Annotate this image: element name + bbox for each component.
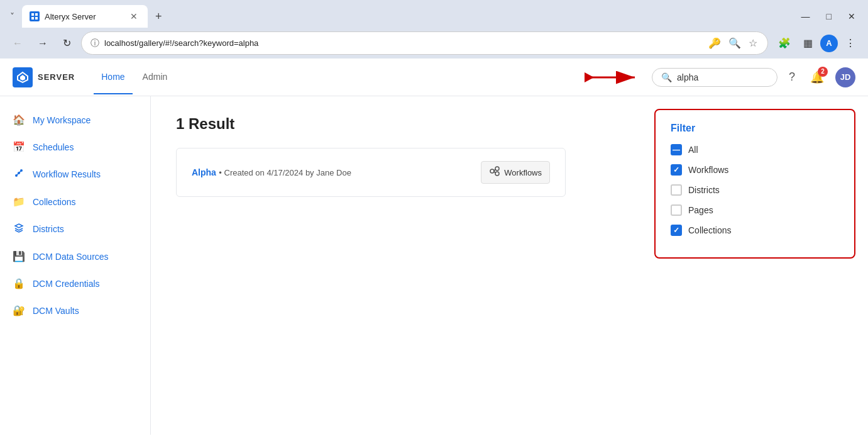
filter-checkbox-all[interactable]: — bbox=[671, 144, 682, 155]
vault-icon: 🔐 bbox=[13, 305, 25, 316]
reload-button[interactable]: ↻ bbox=[58, 33, 76, 53]
info-icon: ⓘ bbox=[91, 38, 99, 49]
url-text: localhost/gallery/#!/search?keyword=alph… bbox=[104, 38, 702, 48]
extensions-button[interactable]: 🧩 bbox=[773, 33, 796, 53]
filter-checkbox-workflows[interactable]: ✓ bbox=[671, 164, 682, 176]
logo-area: SERVER bbox=[13, 67, 75, 87]
filter-panel: Filter — All ✓ Workflows bbox=[654, 109, 855, 259]
content-area: 1 Result Alpha • Created on 4/17/2024 by… bbox=[151, 96, 868, 435]
notification-badge: 2 bbox=[818, 67, 828, 77]
tab-expand-button[interactable]: ˅ bbox=[5, 8, 19, 25]
maximize-button[interactable]: □ bbox=[819, 8, 839, 25]
sidebar-item-schedules[interactable]: 📅 Schedules bbox=[0, 133, 150, 160]
filter-checkbox-pages[interactable] bbox=[671, 204, 682, 216]
svg-rect-2 bbox=[31, 17, 34, 20]
nav-home[interactable]: Home bbox=[94, 60, 132, 94]
sidebar-item-workflow-results[interactable]: Workflow Results bbox=[0, 160, 150, 188]
calendar-icon: 📅 bbox=[13, 141, 25, 153]
minimize-button[interactable]: — bbox=[794, 8, 818, 25]
filter-item-all[interactable]: — All bbox=[671, 144, 839, 155]
svg-line-12 bbox=[16, 173, 19, 176]
filter-checkbox-districts[interactable] bbox=[671, 184, 682, 196]
svg-point-15 bbox=[490, 169, 494, 173]
svg-point-16 bbox=[495, 167, 499, 170]
header-right: 🔍 ? 🔔 2 JD bbox=[581, 65, 855, 90]
zoom-icon[interactable]: 🔍 bbox=[727, 36, 742, 50]
lock-icon: 🔒 bbox=[13, 277, 25, 289]
filter-label-collections[interactable]: Collections bbox=[688, 225, 731, 235]
sidebar-label-dcm-data-sources: DCM Data Sources bbox=[33, 252, 109, 262]
back-button[interactable]: ← bbox=[8, 34, 28, 53]
result-type-label: Workflows bbox=[504, 168, 542, 177]
filter-label-districts[interactable]: Districts bbox=[688, 185, 720, 195]
tab-close-button[interactable]: ✕ bbox=[128, 10, 140, 23]
home-icon: 🏠 bbox=[13, 114, 25, 126]
svg-rect-3 bbox=[35, 17, 38, 20]
filter-label-workflows[interactable]: Workflows bbox=[688, 165, 728, 175]
sidebar-item-districts[interactable]: Districts bbox=[0, 215, 150, 243]
workflows-icon bbox=[489, 165, 500, 179]
bookmark-icon[interactable]: ☆ bbox=[747, 36, 759, 50]
sidebar-label-dcm-credentials: DCM Credentials bbox=[33, 279, 100, 289]
search-box[interactable]: 🔍 bbox=[652, 68, 777, 87]
filter-label-pages[interactable]: Pages bbox=[688, 205, 713, 215]
filter-title: Filter bbox=[671, 123, 839, 134]
key-icon[interactable]: 🔑 bbox=[707, 36, 722, 50]
new-tab-button[interactable]: + bbox=[150, 6, 167, 27]
result-info: Alpha • Created on 4/17/2024 by Jane Doe bbox=[192, 167, 481, 178]
sidebar-item-my-workspace[interactable]: 🏠 My Workspace bbox=[0, 106, 150, 133]
chart-icon bbox=[13, 168, 25, 181]
user-avatar[interactable]: JD bbox=[835, 67, 855, 87]
main-content: 🏠 My Workspace 📅 Schedules Workflow Resu… bbox=[0, 96, 868, 435]
filter-item-workflows[interactable]: ✓ Workflows bbox=[671, 164, 839, 176]
arrow-annotation bbox=[581, 65, 644, 90]
svg-rect-1 bbox=[35, 13, 38, 16]
logo-text: SERVER bbox=[38, 72, 75, 82]
sidebar: 🏠 My Workspace 📅 Schedules Workflow Resu… bbox=[0, 96, 151, 435]
sidebar-item-collections[interactable]: 📁 Collections bbox=[0, 188, 150, 215]
app-container: SERVER Home Admin 🔍 bbox=[0, 59, 868, 435]
search-input[interactable] bbox=[677, 72, 765, 82]
result-meta: • Created on 4/17/2024 by Jane Doe bbox=[219, 168, 351, 177]
folder-icon: 📁 bbox=[13, 196, 25, 208]
result-name[interactable]: Alpha bbox=[192, 167, 216, 177]
logo-icon bbox=[13, 67, 33, 87]
sidebar-label-workflow-results: Workflow Results bbox=[33, 169, 101, 179]
filter-checkbox-collections[interactable]: ✓ bbox=[671, 225, 682, 236]
svg-line-18 bbox=[494, 169, 495, 171]
menu-button[interactable]: ⋮ bbox=[840, 33, 860, 53]
sidebar-label-my-workspace: My Workspace bbox=[33, 115, 91, 125]
sidebar-item-dcm-vaults[interactable]: 🔐 DCM Vaults bbox=[0, 297, 150, 324]
sidebar-item-dcm-credentials[interactable]: 🔒 DCM Credentials bbox=[0, 270, 150, 297]
sidebar-button[interactable]: ▦ bbox=[798, 33, 818, 53]
help-button[interactable]: ? bbox=[785, 67, 799, 87]
browser-chrome: ˅ Alteryx Server ✕ + — □ ✕ ← → ↻ ⓘ local… bbox=[0, 0, 868, 59]
window-controls: — □ ✕ bbox=[794, 8, 863, 25]
svg-marker-8 bbox=[585, 72, 594, 82]
search-icon: 🔍 bbox=[661, 72, 672, 82]
tab-title: Alteryx Server bbox=[45, 12, 123, 21]
svg-marker-14 bbox=[15, 224, 23, 228]
sidebar-label-collections: Collections bbox=[33, 197, 75, 207]
svg-line-19 bbox=[494, 171, 495, 173]
browser-profile-avatar[interactable]: A bbox=[820, 35, 838, 52]
filter-item-districts[interactable]: Districts bbox=[671, 184, 839, 196]
notifications-button[interactable]: 🔔 2 bbox=[806, 67, 828, 88]
layers-icon bbox=[13, 223, 25, 235]
active-tab[interactable]: Alteryx Server ✕ bbox=[22, 5, 148, 28]
address-bar[interactable]: ⓘ localhost/gallery/#!/search?keyword=al… bbox=[81, 31, 768, 55]
filter-label-all[interactable]: All bbox=[688, 145, 698, 155]
filter-item-pages[interactable]: Pages bbox=[671, 204, 839, 216]
app-header: SERVER Home Admin 🔍 bbox=[0, 59, 868, 96]
result-card: Alpha • Created on 4/17/2024 by Jane Doe bbox=[176, 148, 566, 197]
sidebar-item-dcm-data-sources[interactable]: 💾 DCM Data Sources bbox=[0, 243, 150, 270]
sidebar-label-schedules: Schedules bbox=[33, 142, 74, 152]
nav-admin[interactable]: Admin bbox=[135, 60, 175, 94]
forward-button[interactable]: → bbox=[33, 34, 53, 53]
svg-line-13 bbox=[19, 170, 21, 173]
sidebar-label-districts: Districts bbox=[33, 224, 64, 234]
svg-rect-0 bbox=[31, 13, 34, 16]
tab-favicon bbox=[30, 11, 40, 21]
close-button[interactable]: ✕ bbox=[840, 8, 863, 25]
filter-item-collections[interactable]: ✓ Collections bbox=[671, 225, 839, 236]
